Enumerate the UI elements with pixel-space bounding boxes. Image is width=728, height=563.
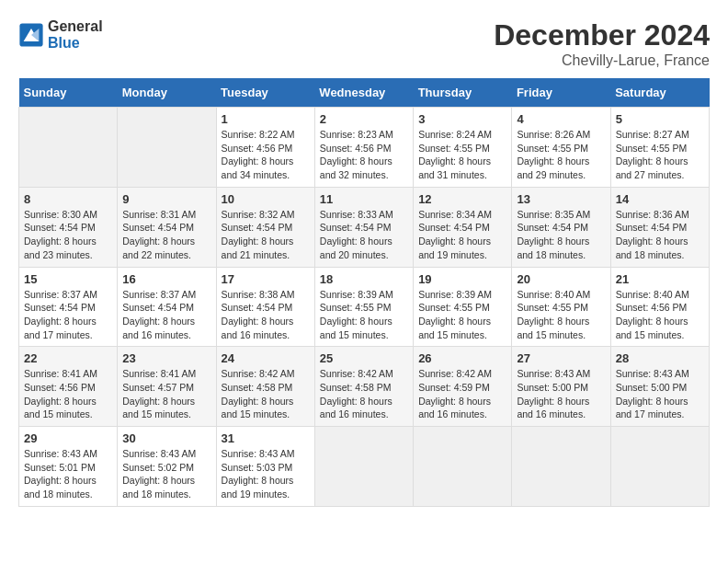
calendar-cell: 1Sunrise: 8:22 AM Sunset: 4:56 PM Daylig… xyxy=(216,108,314,188)
week-row-4: 22Sunrise: 8:41 AM Sunset: 4:56 PM Dayli… xyxy=(19,347,710,427)
day-number: 11 xyxy=(320,192,408,206)
calendar-cell xyxy=(610,427,709,507)
day-number: 9 xyxy=(122,192,210,206)
day-info: Sunrise: 8:39 AM Sunset: 4:55 PM Dayligh… xyxy=(418,288,506,342)
day-info: Sunrise: 8:43 AM Sunset: 5:01 PM Dayligh… xyxy=(24,447,112,501)
day-number: 5 xyxy=(616,112,704,126)
day-number: 28 xyxy=(616,351,704,365)
day-info: Sunrise: 8:38 AM Sunset: 4:54 PM Dayligh… xyxy=(222,288,310,342)
day-header-thursday: Thursday xyxy=(414,78,512,108)
location-title: Chevilly-Larue, France xyxy=(494,52,710,69)
logo-icon xyxy=(18,22,44,48)
day-info: Sunrise: 8:31 AM Sunset: 4:54 PM Dayligh… xyxy=(122,208,210,262)
calendar-cell: 15Sunrise: 8:37 AM Sunset: 4:54 PM Dayli… xyxy=(19,267,118,347)
day-info: Sunrise: 8:30 AM Sunset: 4:54 PM Dayligh… xyxy=(24,208,112,262)
calendar-cell: 28Sunrise: 8:43 AM Sunset: 5:00 PM Dayli… xyxy=(610,347,709,427)
calendar-cell: 29Sunrise: 8:43 AM Sunset: 5:01 PM Dayli… xyxy=(19,427,118,507)
day-info: Sunrise: 8:43 AM Sunset: 5:00 PM Dayligh… xyxy=(517,367,605,421)
day-number: 18 xyxy=(320,272,408,286)
day-info: Sunrise: 8:43 AM Sunset: 5:03 PM Dayligh… xyxy=(222,447,310,501)
day-number: 2 xyxy=(320,112,408,126)
day-info: Sunrise: 8:26 AM Sunset: 4:55 PM Dayligh… xyxy=(517,128,605,182)
day-info: Sunrise: 8:35 AM Sunset: 4:54 PM Dayligh… xyxy=(517,208,605,262)
day-info: Sunrise: 8:41 AM Sunset: 4:57 PM Dayligh… xyxy=(122,367,210,421)
day-info: Sunrise: 8:24 AM Sunset: 4:55 PM Dayligh… xyxy=(418,128,506,182)
calendar-cell: 22Sunrise: 8:41 AM Sunset: 4:56 PM Dayli… xyxy=(19,347,118,427)
calendar-cell: 30Sunrise: 8:43 AM Sunset: 5:02 PM Dayli… xyxy=(118,427,216,507)
calendar-cell: 12Sunrise: 8:34 AM Sunset: 4:54 PM Dayli… xyxy=(414,187,512,267)
month-title: December 2024 xyxy=(494,18,710,52)
calendar-cell: 23Sunrise: 8:41 AM Sunset: 4:57 PM Dayli… xyxy=(118,347,216,427)
day-number: 17 xyxy=(222,272,310,286)
calendar-cell: 27Sunrise: 8:43 AM Sunset: 5:00 PM Dayli… xyxy=(512,347,610,427)
day-number: 12 xyxy=(418,192,506,206)
day-info: Sunrise: 8:37 AM Sunset: 4:54 PM Dayligh… xyxy=(24,288,112,342)
day-number: 31 xyxy=(222,431,310,445)
calendar-cell: 21Sunrise: 8:40 AM Sunset: 4:56 PM Dayli… xyxy=(610,267,709,347)
calendar-cell: 13Sunrise: 8:35 AM Sunset: 4:54 PM Dayli… xyxy=(512,187,610,267)
day-info: Sunrise: 8:27 AM Sunset: 4:55 PM Dayligh… xyxy=(616,128,704,182)
calendar-cell: 26Sunrise: 8:42 AM Sunset: 4:59 PM Dayli… xyxy=(414,347,512,427)
day-number: 20 xyxy=(517,272,605,286)
day-header-saturday: Saturday xyxy=(610,78,709,108)
day-number: 3 xyxy=(418,112,506,126)
week-row-1: 1Sunrise: 8:22 AM Sunset: 4:56 PM Daylig… xyxy=(19,108,710,188)
day-info: Sunrise: 8:22 AM Sunset: 4:56 PM Dayligh… xyxy=(222,128,310,182)
day-number: 25 xyxy=(320,351,408,365)
calendar-cell: 16Sunrise: 8:37 AM Sunset: 4:54 PM Dayli… xyxy=(118,267,216,347)
day-info: Sunrise: 8:43 AM Sunset: 5:02 PM Dayligh… xyxy=(122,447,210,501)
day-number: 26 xyxy=(418,351,506,365)
day-info: Sunrise: 8:42 AM Sunset: 4:58 PM Dayligh… xyxy=(222,367,310,421)
calendar-cell: 2Sunrise: 8:23 AM Sunset: 4:56 PM Daylig… xyxy=(314,108,413,188)
calendar-cell: 25Sunrise: 8:42 AM Sunset: 4:58 PM Dayli… xyxy=(314,347,413,427)
calendar-cell: 9Sunrise: 8:31 AM Sunset: 4:54 PM Daylig… xyxy=(118,187,216,267)
day-info: Sunrise: 8:42 AM Sunset: 4:58 PM Dayligh… xyxy=(320,367,408,421)
day-info: Sunrise: 8:34 AM Sunset: 4:54 PM Dayligh… xyxy=(418,208,506,262)
calendar-table: SundayMondayTuesdayWednesdayThursdayFrid… xyxy=(18,78,710,507)
day-header-wednesday: Wednesday xyxy=(314,78,413,108)
day-number: 29 xyxy=(24,431,112,445)
day-number: 27 xyxy=(517,351,605,365)
day-info: Sunrise: 8:40 AM Sunset: 4:56 PM Dayligh… xyxy=(616,288,704,342)
calendar-cell: 20Sunrise: 8:40 AM Sunset: 4:55 PM Dayli… xyxy=(512,267,610,347)
day-header-monday: Monday xyxy=(118,78,216,108)
day-number: 15 xyxy=(24,272,112,286)
day-info: Sunrise: 8:41 AM Sunset: 4:56 PM Dayligh… xyxy=(24,367,112,421)
calendar-cell: 11Sunrise: 8:33 AM Sunset: 4:54 PM Dayli… xyxy=(314,187,413,267)
days-header-row: SundayMondayTuesdayWednesdayThursdayFrid… xyxy=(19,78,710,108)
calendar-cell: 14Sunrise: 8:36 AM Sunset: 4:54 PM Dayli… xyxy=(610,187,709,267)
logo: General Blue xyxy=(18,18,103,52)
day-number: 14 xyxy=(616,192,704,206)
calendar-cell xyxy=(19,108,118,188)
calendar-cell: 31Sunrise: 8:43 AM Sunset: 5:03 PM Dayli… xyxy=(216,427,314,507)
week-row-3: 15Sunrise: 8:37 AM Sunset: 4:54 PM Dayli… xyxy=(19,267,710,347)
day-number: 8 xyxy=(24,192,112,206)
title-area: December 2024 Chevilly-Larue, France xyxy=(494,18,710,69)
calendar-cell: 17Sunrise: 8:38 AM Sunset: 4:54 PM Dayli… xyxy=(216,267,314,347)
day-header-tuesday: Tuesday xyxy=(216,78,314,108)
day-info: Sunrise: 8:32 AM Sunset: 4:54 PM Dayligh… xyxy=(222,208,310,262)
page-header: General Blue December 2024 Chevilly-Laru… xyxy=(18,18,710,69)
day-number: 10 xyxy=(222,192,310,206)
calendar-cell xyxy=(512,427,610,507)
calendar-cell: 18Sunrise: 8:39 AM Sunset: 4:55 PM Dayli… xyxy=(314,267,413,347)
calendar-cell: 3Sunrise: 8:24 AM Sunset: 4:55 PM Daylig… xyxy=(414,108,512,188)
day-info: Sunrise: 8:40 AM Sunset: 4:55 PM Dayligh… xyxy=(517,288,605,342)
day-number: 21 xyxy=(616,272,704,286)
day-number: 16 xyxy=(122,272,210,286)
day-number: 24 xyxy=(222,351,310,365)
day-number: 4 xyxy=(517,112,605,126)
calendar-cell xyxy=(414,427,512,507)
day-info: Sunrise: 8:33 AM Sunset: 4:54 PM Dayligh… xyxy=(320,208,408,262)
calendar-cell: 5Sunrise: 8:27 AM Sunset: 4:55 PM Daylig… xyxy=(610,108,709,188)
logo-text: General Blue xyxy=(48,18,103,52)
day-number: 19 xyxy=(418,272,506,286)
day-number: 1 xyxy=(222,112,310,126)
day-info: Sunrise: 8:23 AM Sunset: 4:56 PM Dayligh… xyxy=(320,128,408,182)
calendar-cell: 4Sunrise: 8:26 AM Sunset: 4:55 PM Daylig… xyxy=(512,108,610,188)
day-info: Sunrise: 8:37 AM Sunset: 4:54 PM Dayligh… xyxy=(122,288,210,342)
day-number: 23 xyxy=(122,351,210,365)
day-header-sunday: Sunday xyxy=(19,78,118,108)
day-header-friday: Friday xyxy=(512,78,610,108)
day-number: 30 xyxy=(122,431,210,445)
